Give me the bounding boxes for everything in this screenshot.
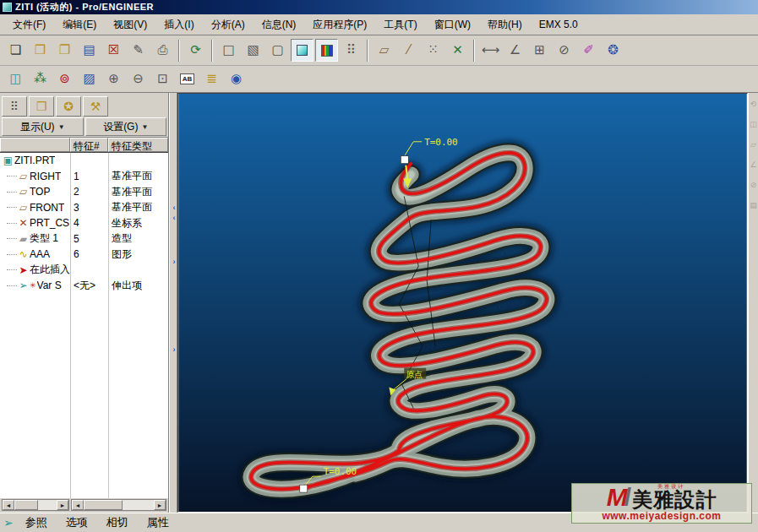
toolbar-separator — [473, 40, 475, 62]
measure-area-button[interactable]: ⊞ — [528, 39, 551, 62]
tab-connections[interactable]: ⚒ — [83, 96, 108, 117]
zoom-out-button[interactable]: ⊖ — [127, 68, 150, 90]
cropped-tool-icon[interactable]: ⟲ — [750, 100, 757, 108]
tab-model-tree[interactable]: ⠿ — [2, 96, 27, 117]
open-button[interactable]: ❒ — [29, 39, 52, 62]
toolbar-standard: ❏ ❒ ❐ ▤ ☒ ✎ ⎙ ⟳ □ ▧ ▢ ⠿ ▱ ⁄ ⁙ ✕ ⟷ ∠ ⊞ ⊘ … — [0, 35, 758, 66]
dashboard-tab-properties[interactable]: 属性 — [140, 513, 176, 532]
tree-row-var-sweep[interactable]: ➢✳Var S <无> 伸出项 — [0, 278, 168, 294]
scrollbar-thumb[interactable] — [14, 500, 38, 510]
menu-item-window[interactable]: 窗口(W) — [427, 15, 478, 35]
point-toggle-button[interactable]: ⁙ — [422, 39, 444, 62]
title-bar[interactable]: ZITI (活动的) - Pro/ENGINEER — [0, 0, 758, 14]
measure-distance-button[interactable]: ⟷ — [479, 39, 502, 62]
copy-button[interactable]: ✎ — [127, 39, 150, 62]
navigator-tabs: ⠿ ❒ ✪ ⚒ — [0, 93, 168, 117]
refit-button[interactable]: ⊚ — [53, 68, 76, 90]
axis-toggle-button[interactable]: ⁄ — [397, 39, 420, 62]
scrollbar-thumb[interactable] — [84, 500, 123, 510]
measure-angle-button[interactable]: ∠ — [504, 39, 526, 62]
tree-row-insert-here[interactable]: ➤在此插入 — [0, 263, 168, 279]
dashboard-tab-references[interactable]: 参照 — [19, 513, 54, 532]
model-canvas[interactable]: T=0.00 原点 T=0.00 — [178, 94, 747, 512]
tree-row-top-plane[interactable]: ▱TOP 2 基准平面 — [0, 184, 168, 200]
menu-item-view[interactable]: 视图(V) — [106, 15, 155, 35]
regenerate-button[interactable]: ⟳ — [184, 39, 207, 62]
cropped-tool-icon[interactable]: ▤ — [750, 201, 757, 209]
show-dropdown-button[interactable]: 显示(U) ▼ — [2, 117, 84, 136]
menu-item-file[interactable]: 文件(F) — [5, 15, 53, 35]
tree-row-csys[interactable]: ✕PRT_CS 4 坐标系 — [0, 215, 168, 231]
start-drag-handle[interactable] — [401, 156, 408, 164]
end-drag-handle[interactable] — [300, 485, 308, 492]
surface-analysis-button[interactable]: ❂ — [602, 39, 624, 62]
view-orientation-button[interactable]: ◫ — [4, 68, 27, 90]
hidden-line-button[interactable]: ▧ — [242, 39, 264, 62]
measure-diameter-button[interactable]: ⊘ — [553, 39, 575, 62]
scroll-right-button[interactable]: ► — [57, 500, 68, 510]
tab-folder-browser[interactable]: ❒ — [29, 96, 54, 117]
zoom-window-button[interactable]: ⊡ — [151, 68, 174, 90]
watermark-logo-text: 美雅设计 美雅設計 — [632, 490, 717, 510]
print-button[interactable]: ⎙ — [151, 39, 174, 62]
panel-splitter[interactable]: ‹ ‹ › › — [169, 93, 177, 513]
watermark-logo-slash: / — [624, 485, 631, 510]
tree-row-part[interactable]: ▣ZITI.PRT — [0, 153, 168, 169]
graphics-viewport[interactable]: T=0.00 原点 T=0.00 — [177, 93, 748, 513]
zoom-in-button[interactable]: ⊕ — [102, 68, 125, 90]
shaded-button[interactable] — [291, 39, 314, 62]
saved-views-button[interactable]: AB — [176, 68, 199, 90]
view-manager-icon: ◉ — [231, 73, 242, 85]
menu-item-edit[interactable]: 编辑(E) — [55, 15, 104, 35]
tree-horizontal-scrollbar[interactable]: ◄ ► — [2, 499, 69, 511]
layers-button[interactable]: ≣ — [200, 68, 223, 90]
scroll-left-button[interactable]: ◄ — [3, 500, 14, 510]
repaint-button[interactable]: ▨ — [78, 68, 101, 90]
cropped-tool-icon[interactable]: ▱ — [750, 140, 756, 149]
model-tree-toggle-button[interactable]: ⠿ — [340, 39, 363, 62]
wireframe-icon: □ — [222, 44, 234, 57]
tree-row-graph[interactable]: ∿AAA 6 图形 — [0, 247, 168, 263]
view-manager-button[interactable]: ◉ — [225, 68, 248, 90]
watermark-logo-m: M — [607, 485, 626, 510]
layers-icon: ≣ — [206, 73, 217, 85]
menu-item-emx[interactable]: EMX 5.0 — [532, 16, 586, 33]
wireframe-button[interactable]: □ — [217, 39, 240, 62]
cropped-tool-icon[interactable]: ◫ — [750, 120, 757, 128]
settings-dropdown-button[interactable]: 设置(G) ▼ — [85, 117, 167, 136]
scroll-right-button[interactable]: ► — [154, 500, 166, 510]
curve-analysis-button[interactable]: ✐ — [577, 39, 600, 62]
tree-row-style[interactable]: ▰类型 1 5 造型 — [0, 231, 168, 247]
save-button[interactable]: ▤ — [78, 39, 101, 62]
curve-analysis-icon: ✐ — [583, 44, 594, 57]
model-tree-icon: ⠿ — [346, 44, 356, 57]
table-horizontal-scrollbar[interactable]: ◄ ► — [71, 499, 166, 511]
scroll-left-button[interactable]: ◄ — [72, 500, 84, 510]
erase-window-button[interactable]: ☒ — [102, 39, 125, 62]
csys-toggle-button[interactable]: ✕ — [446, 39, 469, 62]
cropped-tool-icon[interactable]: ∠ — [750, 160, 756, 169]
watermark: M / 美雅设计 美雅設計 www.meiyadesign.com — [571, 483, 752, 524]
column-header-tree[interactable] — [0, 138, 70, 152]
new-file-button[interactable]: ❏ — [4, 39, 27, 62]
menu-item-tools[interactable]: 工具(T) — [376, 15, 424, 35]
colors-button[interactable] — [315, 39, 338, 62]
tab-favorites[interactable]: ✪ — [56, 96, 81, 117]
tree-row-right-plane[interactable]: ▱RIGHT 1 基准平面 — [0, 169, 168, 185]
save-copy-button[interactable]: ❐ — [53, 39, 76, 62]
menu-item-info[interactable]: 信息(N) — [254, 15, 304, 35]
cropped-tool-icon[interactable]: ⊘ — [750, 181, 757, 189]
column-header-feature-number[interactable]: 特征# — [70, 138, 108, 152]
datum-plane-toggle-button[interactable]: ▱ — [373, 39, 395, 62]
menu-item-analysis[interactable]: 分析(A) — [204, 15, 253, 35]
dashboard-tab-tangency[interactable]: 相切 — [100, 513, 135, 532]
menu-item-help[interactable]: 帮助(H) — [480, 15, 530, 35]
menu-item-applications[interactable]: 应用程序(P) — [305, 15, 374, 35]
menu-item-insert[interactable]: 插入(I) — [156, 15, 201, 35]
no-hidden-button[interactable]: ▢ — [266, 39, 289, 62]
dashboard-tab-options[interactable]: 选项 — [59, 513, 95, 532]
column-header-feature-type[interactable]: 特征类型 — [108, 138, 168, 152]
show-label: 显示(U) — [20, 120, 55, 134]
model-player-button[interactable]: ⁂ — [29, 68, 52, 90]
tree-row-front-plane[interactable]: ▱FRONT 3 基准平面 — [0, 200, 168, 216]
